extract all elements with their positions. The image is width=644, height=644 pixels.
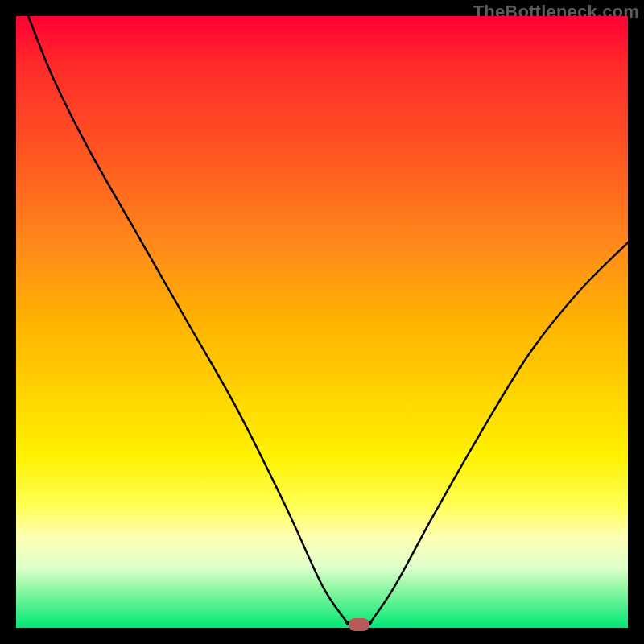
bottleneck-curve — [16, 16, 628, 628]
plot-area — [16, 16, 628, 628]
optimal-marker — [349, 618, 369, 631]
chart-frame: TheBottleneck.com — [0, 0, 644, 644]
